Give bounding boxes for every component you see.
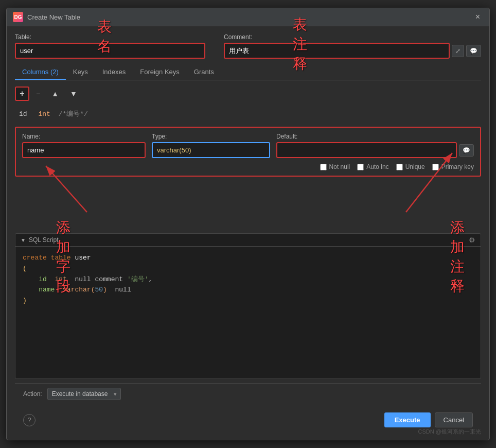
bottom-row: ? Execute Cancel [15, 408, 481, 433]
form-row: Table: Comment: ⤢ 💬 [15, 33, 481, 59]
annotation-spacer [15, 181, 481, 227]
field-type-input[interactable] [152, 142, 270, 158]
action-row: Action: Execute in database Open in edit… [15, 383, 481, 404]
sql-line-3: id int null comment '编号', [23, 274, 473, 285]
name-group: Name: [22, 133, 146, 158]
name-label: Name: [22, 133, 146, 140]
sql-header-label: SQL Script [29, 236, 59, 244]
default-input-wrapper: 💬 [276, 142, 474, 158]
default-comment-btn[interactable]: 💬 [459, 144, 474, 157]
remove-column-button[interactable]: − [31, 87, 45, 100]
comment-input-wrapper: ⤢ 💬 [224, 43, 481, 59]
preview-col-name: id [19, 110, 27, 118]
comment-input[interactable] [224, 43, 450, 59]
type-label: Type: [152, 133, 270, 140]
tab-keys[interactable]: Keys [66, 65, 95, 80]
field-name-input[interactable] [22, 142, 146, 158]
dialog-title: Create New Table [27, 13, 80, 21]
table-name-input[interactable] [15, 43, 205, 59]
title-bar-left: DG Create New Table [13, 12, 80, 22]
add-column-button[interactable]: + [15, 87, 29, 101]
default-label: Default: [276, 133, 474, 140]
sql-line-5: ) [23, 296, 473, 306]
unique-checkbox-label[interactable]: Unique [396, 163, 425, 170]
create-table-dialog: DG Create New Table × Table: Comment: [6, 8, 490, 440]
cancel-button[interactable]: Cancel [435, 412, 473, 427]
type-group: Type: [152, 133, 270, 158]
toolbar-row: + − ▲ ▼ [15, 84, 481, 103]
default-group: Default: 💬 [276, 133, 474, 158]
top-form-area: Table: Comment: ⤢ 💬 表名 表 [15, 33, 481, 59]
sql-section: ▼ SQL Script ⚙ create table user ( id in… [15, 233, 481, 379]
checkbox-row: Not null Auto inc Unique Primary key [22, 163, 474, 170]
comment-expand-btn[interactable]: ⤢ [452, 45, 464, 57]
action-buttons: Execute Cancel [384, 412, 473, 427]
field-edit-row: Name: Type: Default: 💬 [22, 133, 474, 158]
dialog-body: Table: Comment: ⤢ 💬 表名 表 [7, 26, 489, 440]
comment-label: Comment: [224, 33, 481, 41]
comment-group: Comment: ⤢ 💬 [224, 33, 481, 59]
help-button[interactable]: ? [23, 414, 36, 426]
primary-key-checkbox-label[interactable]: Primary key [432, 163, 474, 170]
comment-chat-btn[interactable]: 💬 [466, 45, 481, 57]
tab-grants[interactable]: Grants [187, 65, 221, 80]
not-null-checkbox-label[interactable]: Not null [320, 163, 350, 170]
watermark: CSDN @银河系的一束光 [418, 428, 481, 436]
table-label: Table: [15, 33, 216, 41]
sql-line-1: create table user [23, 253, 473, 264]
title-bar: DG Create New Table × [7, 8, 489, 26]
tabs-row: Columns (2) Keys Indexes Foreign Keys Gr… [15, 65, 481, 80]
field-edit-wrapper: Name: Type: Default: 💬 [15, 125, 481, 177]
not-null-checkbox[interactable] [320, 164, 327, 170]
tab-foreign-keys[interactable]: Foreign Keys [133, 65, 187, 80]
action-select[interactable]: Execute in database Open in editor [47, 388, 121, 400]
sql-line-2: ( [23, 264, 473, 274]
unique-checkbox[interactable] [396, 164, 403, 170]
sql-line-4: name varchar(50) null [23, 285, 473, 296]
sql-code: create table user ( id int null comment … [15, 247, 481, 313]
primary-key-checkbox[interactable] [432, 164, 439, 170]
gear-icon[interactable]: ⚙ [469, 236, 475, 244]
close-button[interactable]: × [472, 11, 483, 23]
sql-header: ▼ SQL Script ⚙ [15, 234, 481, 247]
field-edit-section: Name: Type: Default: 💬 [15, 127, 481, 177]
field-default-input[interactable] [276, 142, 457, 158]
move-up-button[interactable]: ▲ [47, 87, 63, 100]
auto-inc-checkbox-label[interactable]: Auto inc [357, 163, 388, 170]
tab-columns[interactable]: Columns (2) [15, 65, 66, 80]
preview-col-type: int [38, 110, 50, 118]
execute-button[interactable]: Execute [384, 412, 431, 427]
action-label: Action: [23, 390, 42, 398]
column-preview: id int /*编号*/ [15, 107, 481, 120]
app-icon: DG [13, 12, 23, 22]
preview-col-comment: /*编号*/ [59, 110, 88, 118]
tab-indexes[interactable]: Indexes [95, 65, 133, 80]
action-select-wrapper: Execute in database Open in editor ▼ [47, 388, 121, 400]
sql-toggle[interactable]: ▼ [21, 237, 26, 243]
sql-header-left: ▼ SQL Script [21, 236, 58, 244]
move-down-button[interactable]: ▼ [65, 87, 82, 100]
table-name-group: Table: [15, 33, 216, 59]
auto-inc-checkbox[interactable] [357, 164, 364, 170]
